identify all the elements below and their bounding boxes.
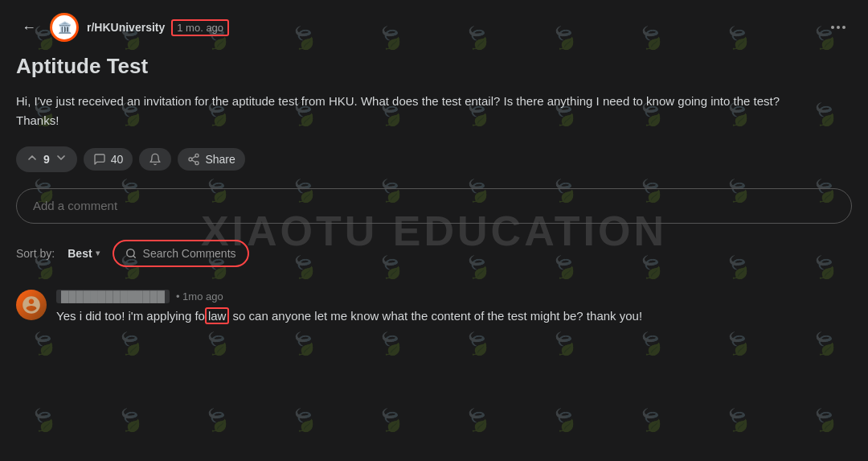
sort-label: Sort by:: [16, 247, 55, 260]
search-icon: [125, 248, 137, 259]
comment-input-placeholder: Add a comment: [33, 199, 117, 212]
post-header: ← 🏛️ r/HKUniversity 1 mo. ago: [16, 13, 852, 42]
vote-count: 9: [43, 153, 50, 166]
highlighted-word: law: [205, 307, 230, 324]
comment-input-area[interactable]: Add a comment: [16, 188, 852, 224]
post-timestamp: 1 mo. ago: [171, 19, 229, 36]
share-label: Share: [205, 153, 235, 166]
comment-section: ██████████████ • 1mo ago Yes i did too! …: [16, 286, 852, 326]
svg-line-3: [192, 160, 196, 163]
search-placeholder: Search Comments: [143, 247, 236, 260]
post-title: Aptitude Test: [16, 53, 852, 80]
sort-dropdown[interactable]: Best ▾: [68, 247, 99, 260]
subreddit-icon: 🏛️: [50, 13, 79, 42]
comment-avatar: [16, 290, 47, 320]
downvote-button[interactable]: [55, 151, 68, 167]
sort-arrow-icon: ▾: [96, 249, 100, 257]
comments-button[interactable]: 40: [84, 148, 133, 171]
comment-count: 40: [111, 153, 124, 166]
more-options-button[interactable]: [825, 23, 852, 32]
back-button[interactable]: ←: [16, 14, 42, 40]
comment-body: Yes i did too! i'm applying folaw so can…: [56, 307, 852, 326]
subreddit-logo: 🏛️: [52, 15, 76, 39]
main-content: ← 🏛️ r/HKUniversity 1 mo. ago Aptitude T…: [0, 0, 868, 339]
save-button[interactable]: [139, 148, 171, 171]
comment-timestamp: • 1mo ago: [176, 290, 223, 303]
sort-row: Sort by: Best ▾ Search Comments: [16, 240, 852, 267]
subreddit-name[interactable]: r/HKUniversity: [87, 21, 165, 34]
comment-username: ██████████████: [56, 290, 170, 303]
subreddit-info: r/HKUniversity 1 mo. ago: [87, 19, 229, 36]
comment-item: ██████████████ • 1mo ago Yes i did too! …: [16, 290, 852, 326]
share-button[interactable]: Share: [178, 148, 244, 171]
post-body: Hi, I've just received an invitation for…: [16, 92, 804, 130]
sort-value: Best: [68, 247, 92, 260]
action-bar: 9 40: [16, 146, 852, 172]
comment-body-end: so can anyone let me know what the conte…: [229, 309, 642, 323]
vote-controls[interactable]: 9: [16, 146, 77, 172]
comment-body-start: Yes i did too! i'm applying fo: [56, 309, 205, 323]
search-comments-input[interactable]: Search Comments: [113, 240, 249, 267]
comment-content: ██████████████ • 1mo ago Yes i did too! …: [56, 290, 852, 326]
svg-line-4: [192, 156, 196, 158]
comment-meta: ██████████████ • 1mo ago: [56, 290, 852, 303]
svg-line-6: [133, 256, 135, 258]
upvote-button[interactable]: [26, 151, 39, 167]
